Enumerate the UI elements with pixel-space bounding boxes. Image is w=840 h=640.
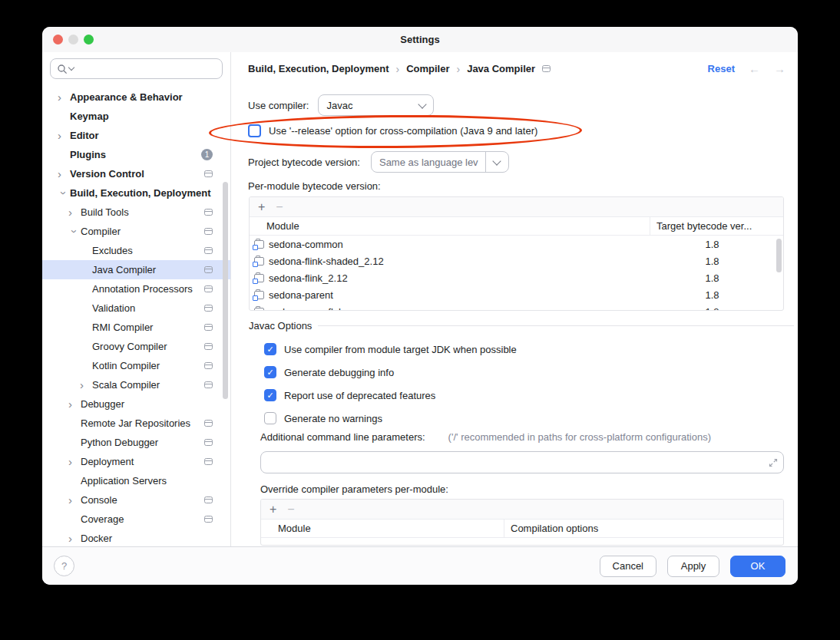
chevron-right-icon[interactable]: ›	[68, 494, 81, 506]
chevron-right-icon[interactable]: ›	[80, 379, 92, 391]
project-level-icon	[204, 209, 213, 216]
per-module-toolbar: + −	[250, 197, 783, 217]
cancel-button[interactable]: Cancel	[600, 556, 656, 577]
checkbox-checked-icon[interactable]: ✓	[264, 389, 276, 401]
override-toolbar: + −	[261, 500, 783, 520]
module-icon	[254, 291, 264, 299]
sidebar-item-scala-compiler[interactable]: ›Scala Compiler	[42, 375, 230, 394]
module-name: sedona-flink-shaded_2.12	[269, 256, 384, 267]
ok-button[interactable]: OK	[730, 556, 785, 577]
remove-icon[interactable]: −	[276, 201, 283, 213]
sidebar-item-build-execution-deployment[interactable]: ›Build, Execution, Deployment	[42, 183, 230, 203]
release-option-checkbox[interactable]	[248, 124, 261, 137]
checkbox-checked-icon[interactable]: ✓	[264, 343, 276, 355]
zoom-window-button[interactable]	[84, 35, 94, 45]
sidebar-item-rmi-compiler[interactable]: RMI Compiler	[42, 318, 230, 337]
sidebar-item-kotlin-compiler[interactable]: Kotlin Compiler	[42, 356, 230, 375]
module-row[interactable]: sedona-snowflake1.8	[250, 303, 783, 311]
chevron-down-icon[interactable]: ›	[69, 226, 81, 238]
sidebar-item-docker[interactable]: ›Docker	[42, 529, 230, 546]
back-arrow-icon[interactable]: ←	[749, 62, 760, 75]
sidebar-item-annotation-processors[interactable]: Annotation Processors	[42, 279, 230, 299]
chevron-right-icon[interactable]: ›	[58, 130, 70, 141]
sidebar-item-coverage[interactable]: Coverage	[42, 510, 230, 529]
sidebar-item-validation[interactable]: Validation	[42, 299, 230, 318]
chevron-right-icon[interactable]: ›	[58, 168, 70, 180]
sidebar-item-label: Application Servers	[81, 475, 167, 487]
checkbox-checked-icon[interactable]: ✓	[264, 366, 276, 378]
expand-field-icon[interactable]	[763, 458, 783, 467]
sidebar-item-appearance-behavior[interactable]: ›Appearance & Behavior	[42, 87, 230, 107]
javac-option-row[interactable]: ✓Report use of deprecated features	[264, 384, 517, 407]
sidebar-item-deployment[interactable]: ›Deployment	[42, 452, 230, 471]
sidebar-item-python-debugger[interactable]: Python Debugger	[42, 433, 230, 452]
javac-option-label: Generate no warnings	[284, 413, 382, 424]
project-bytecode-select[interactable]: Same as language lev	[371, 151, 509, 173]
javac-option-row[interactable]: ✓Use compiler from module target JDK whe…	[264, 338, 517, 361]
column-header-module[interactable]: Module	[261, 520, 504, 537]
close-window-button[interactable]	[53, 35, 63, 45]
sidebar-item-groovy-compiler[interactable]: Groovy Compiler	[42, 337, 230, 356]
javac-option-row[interactable]: Generate no warnings	[264, 407, 517, 430]
chevron-right-icon[interactable]: ›	[58, 91, 70, 103]
settings-search-box[interactable]	[50, 58, 223, 79]
sidebar-item-java-compiler[interactable]: Java Compiler	[42, 260, 230, 279]
sidebar-item-excludes[interactable]: Excludes	[42, 241, 230, 260]
remove-icon[interactable]: −	[287, 503, 294, 516]
sidebar-item-console[interactable]: ›Console	[42, 490, 230, 510]
breadcrumb-segment[interactable]: Java Compiler	[467, 63, 535, 74]
chevron-down-icon	[418, 100, 427, 108]
chevron-right-icon[interactable]: ›	[68, 398, 81, 410]
sidebar-scrollbar-thumb[interactable]	[223, 182, 228, 399]
additional-params-input[interactable]	[261, 457, 763, 468]
chevron-right-icon[interactable]: ›	[68, 206, 81, 218]
sidebar-item-build-tools[interactable]: ›Build Tools	[42, 203, 230, 222]
add-icon[interactable]: +	[270, 503, 276, 516]
chevron-down-icon[interactable]: ›	[58, 187, 70, 200]
module-row[interactable]: sedona-flink_2.121.8	[250, 269, 783, 286]
combo-arrow-segment[interactable]	[485, 152, 508, 172]
footer: ? Cancel Apply OK	[42, 546, 798, 585]
module-cell: sedona-flink_2.12	[250, 272, 650, 284]
project-level-icon	[204, 170, 213, 177]
chevron-right-icon[interactable]: ›	[68, 456, 81, 467]
module-row[interactable]: sedona-parent1.8	[250, 286, 783, 303]
sidebar-item-debugger[interactable]: ›Debugger	[42, 394, 230, 414]
column-header-module[interactable]: Module	[250, 217, 650, 235]
module-row[interactable]: sedona-common1.8	[250, 236, 783, 252]
project-level-icon	[204, 420, 213, 427]
reset-link[interactable]: Reset	[708, 63, 735, 74]
sidebar-item-label: Plugins	[70, 149, 106, 160]
sidebar-item-remote-jar-repositories[interactable]: Remote Jar Repositories	[42, 414, 230, 433]
search-input[interactable]	[75, 62, 216, 75]
sidebar-item-compiler[interactable]: ›Compiler	[42, 222, 230, 241]
apply-button[interactable]: Apply	[667, 556, 719, 577]
sidebar-item-label: Coverage	[81, 513, 124, 525]
module-table-body: sedona-common1.8sedona-flink-shaded_2.12…	[250, 236, 783, 311]
breadcrumb-segment[interactable]: Compiler	[406, 63, 449, 74]
column-header-compilation-options[interactable]: Compilation options	[504, 523, 598, 534]
column-header-target[interactable]: Target bytecode ver...	[650, 220, 752, 232]
javac-option-row[interactable]: ✓Generate debugging info	[264, 361, 517, 384]
minimize-window-button[interactable]	[68, 35, 78, 45]
sidebar-item-application-servers[interactable]: Application Servers	[42, 471, 230, 490]
section-divider	[318, 325, 794, 326]
javac-option-label: Use compiler from module target JDK when…	[284, 344, 517, 355]
table-scrollbar-thumb[interactable]	[776, 239, 782, 272]
sidebar-item-keymap[interactable]: Keymap	[42, 107, 230, 126]
chevron-right-icon[interactable]: ›	[68, 533, 81, 544]
breadcrumb-segment[interactable]: Build, Execution, Deployment	[248, 63, 389, 74]
sidebar: ›Appearance & BehaviorKeymap›EditorPlugi…	[42, 52, 230, 546]
sidebar-item-plugins[interactable]: Plugins1	[42, 145, 230, 164]
forward-arrow-icon[interactable]: →	[774, 62, 785, 75]
checkbox-unchecked-icon[interactable]	[264, 412, 276, 424]
sidebar-item-version-control[interactable]: ›Version Control	[42, 164, 230, 183]
add-icon[interactable]: +	[258, 201, 265, 213]
project-level-icon	[204, 496, 213, 503]
help-icon[interactable]: ?	[54, 556, 74, 576]
project-level-icon	[542, 65, 551, 72]
use-compiler-select[interactable]: Javac	[318, 94, 434, 116]
sidebar-item-label: Scala Compiler	[92, 379, 160, 391]
module-row[interactable]: sedona-flink-shaded_2.121.8	[250, 252, 783, 269]
sidebar-item-editor[interactable]: ›Editor	[42, 126, 230, 145]
